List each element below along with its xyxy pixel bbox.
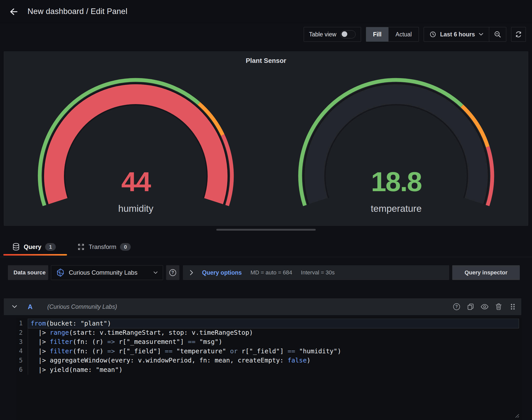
temperature-gauge: 18.8 temperature bbox=[289, 74, 503, 220]
line-number: 1 bbox=[16, 320, 23, 327]
grip-dots-icon bbox=[509, 303, 516, 311]
code-text: from(bucket: "plant") bbox=[31, 320, 111, 327]
datasource-logo-icon bbox=[56, 268, 64, 277]
line-number: 3 bbox=[16, 338, 23, 345]
gauge-panel: Plant Sensor 44 humidity 18.8 temperatur… bbox=[4, 51, 528, 226]
clock-icon bbox=[430, 31, 436, 38]
panel-title: Plant Sensor bbox=[4, 57, 528, 65]
refresh-icon bbox=[515, 31, 522, 38]
query-row-header[interactable]: A (Curious Community Labs) ? bbox=[4, 298, 521, 315]
toggle-knob bbox=[342, 31, 347, 37]
panel-toolbar: Table view Fill Actual Last 6 hours bbox=[304, 27, 526, 42]
zoom-out-time-button[interactable] bbox=[489, 27, 506, 41]
back-arrow-icon bbox=[8, 7, 18, 17]
temperature-value: 18.8 bbox=[289, 168, 503, 196]
query-ref-id: A bbox=[28, 303, 33, 311]
datasource-help-button[interactable]: ? bbox=[166, 265, 179, 280]
code-text: |> yield(name: "mean") bbox=[31, 366, 123, 373]
query-options-link[interactable]: Query options bbox=[202, 269, 242, 276]
datasource-row: Data source Curious Community Labs ? Que… bbox=[8, 265, 526, 280]
header-bar: New dashboard / Edit Panel bbox=[0, 0, 532, 23]
chevron-down-icon bbox=[153, 271, 158, 274]
refresh-button[interactable] bbox=[511, 27, 526, 42]
temperature-label: temperature bbox=[289, 203, 503, 214]
datasource-picker[interactable]: Curious Community Labs bbox=[51, 265, 163, 280]
query-help-button[interactable]: ? bbox=[453, 303, 461, 311]
table-view-label: Table view bbox=[309, 31, 336, 38]
query-inspector-button[interactable]: Query inspector bbox=[452, 265, 520, 280]
time-range-picker: Last 6 hours bbox=[424, 27, 506, 42]
tab-query-count-badge: 1 bbox=[45, 243, 56, 251]
tab-transform[interactable]: Transform 0 bbox=[77, 241, 131, 253]
code-line[interactable]: 4 |> filter(fn: (r) => r["_field"] == "t… bbox=[16, 346, 521, 356]
humidity-value: 44 bbox=[29, 168, 243, 196]
tab-transform-label: Transform bbox=[89, 243, 116, 250]
duplicate-query-button[interactable] bbox=[467, 303, 475, 311]
code-text: |> filter(fn: (r) => r["_measurement"] =… bbox=[31, 338, 222, 345]
table-view-toggle[interactable] bbox=[340, 30, 356, 38]
grafana-edit-panel-page: { "header": { "title": "New dashboard / … bbox=[0, 0, 532, 420]
humidity-label: humidity bbox=[29, 203, 243, 214]
line-number: 4 bbox=[16, 347, 23, 355]
svg-text:?: ? bbox=[455, 304, 458, 309]
fill-option[interactable]: Fill bbox=[366, 27, 388, 41]
active-tab-underline bbox=[3, 254, 67, 256]
back-button[interactable] bbox=[7, 6, 19, 18]
eye-icon bbox=[481, 303, 489, 310]
code-line[interactable]: 5 |> aggregateWindow(every: v.windowPeri… bbox=[16, 356, 521, 365]
code-text: |> aggregateWindow(every: v.windowPeriod… bbox=[31, 357, 311, 364]
toggle-visibility-button[interactable] bbox=[481, 303, 489, 311]
database-icon bbox=[12, 243, 20, 251]
tab-transform-count-badge: 0 bbox=[120, 243, 131, 251]
line-number: 5 bbox=[16, 357, 23, 364]
trash-icon bbox=[495, 303, 502, 311]
help-icon: ? bbox=[453, 303, 460, 311]
zoom-out-icon bbox=[494, 31, 501, 38]
time-range-label: Last 6 hours bbox=[440, 31, 475, 38]
humidity-gauge: 44 humidity bbox=[29, 74, 243, 220]
help-icon: ? bbox=[169, 269, 177, 276]
collapse-chevron-icon[interactable] bbox=[12, 305, 17, 309]
tab-query-label: Query bbox=[24, 243, 41, 250]
svg-text:?: ? bbox=[171, 270, 174, 275]
editor-tabs: Query 1 Transform 0 bbox=[0, 237, 532, 257]
line-number: 2 bbox=[16, 329, 23, 336]
chevron-right-icon[interactable] bbox=[190, 270, 193, 275]
resize-grip-icon[interactable] bbox=[513, 411, 520, 418]
copy-icon bbox=[467, 303, 474, 311]
actual-option[interactable]: Actual bbox=[388, 27, 419, 41]
flux-code-editor[interactable]: 1from(bucket: "plant")2 |> range(start: … bbox=[16, 317, 521, 420]
transform-icon bbox=[77, 243, 85, 251]
code-line[interactable]: 6 |> yield(name: "mean") bbox=[16, 365, 521, 374]
code-text: |> range(start: v.timeRangeStart, stop: … bbox=[31, 329, 253, 336]
tab-query[interactable]: Query 1 bbox=[12, 241, 56, 253]
page-title: New dashboard / Edit Panel bbox=[28, 7, 127, 16]
panel-resize-handle[interactable] bbox=[216, 229, 316, 231]
code-lines: 1from(bucket: "plant")2 |> range(start: … bbox=[16, 319, 521, 374]
code-line[interactable]: 2 |> range(start: v.timeRangeStart, stop… bbox=[16, 328, 521, 337]
interval-info: Interval = 30s bbox=[301, 269, 335, 276]
chevron-down-icon bbox=[479, 33, 483, 36]
fill-actual-segmented: Fill Actual bbox=[366, 27, 419, 42]
query-row-actions: ? bbox=[453, 303, 517, 311]
code-text: |> filter(fn: (r) => r["_field"] == "tem… bbox=[31, 347, 341, 355]
temperature-gauge-arc bbox=[289, 74, 503, 220]
max-data-points-info: MD = auto = 684 bbox=[250, 269, 292, 276]
delete-query-button[interactable] bbox=[495, 303, 503, 311]
drag-handle[interactable] bbox=[509, 303, 517, 311]
datasource-selected: Curious Community Labs bbox=[69, 269, 137, 276]
table-view-control: Table view bbox=[304, 27, 361, 42]
code-line[interactable]: 3 |> filter(fn: (r) => r["_measurement"]… bbox=[16, 337, 521, 346]
code-line[interactable]: 1from(bucket: "plant") bbox=[16, 319, 521, 328]
tabs-divider bbox=[0, 257, 532, 257]
datasource-label: Data source bbox=[8, 265, 48, 280]
line-number: 6 bbox=[16, 366, 23, 373]
query-datasource-hint: (Curious Community Labs) bbox=[47, 303, 117, 310]
query-options-bar: Query options MD = auto = 684 Interval =… bbox=[183, 265, 449, 280]
humidity-gauge-arc bbox=[29, 74, 243, 220]
time-range-button[interactable]: Last 6 hours bbox=[424, 27, 489, 41]
